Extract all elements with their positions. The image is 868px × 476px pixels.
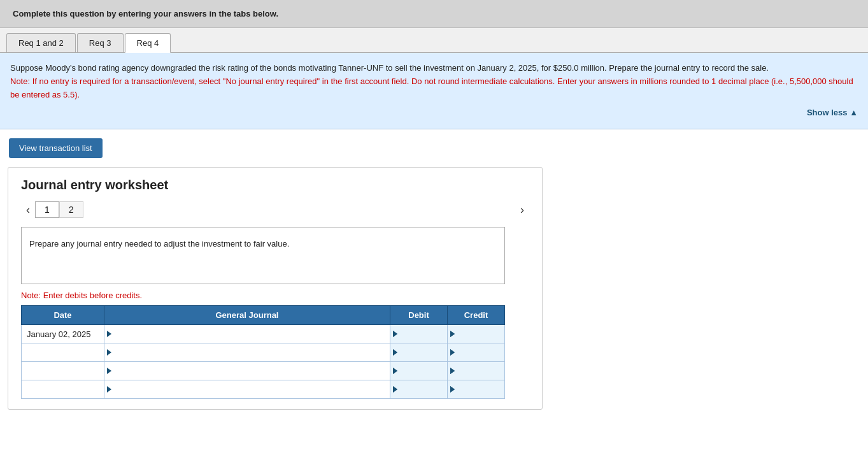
tri-icon-debit-4 xyxy=(393,386,397,393)
tri-icon-gj-2 xyxy=(107,349,111,356)
date-cell-3 xyxy=(22,362,104,380)
general-journal-cell-1[interactable] xyxy=(104,325,390,343)
entry-description-text: Prepare any journal entry needed to adju… xyxy=(29,239,289,249)
credit-input-3[interactable] xyxy=(455,362,504,380)
credit-input-1[interactable] xyxy=(455,325,504,343)
table-row xyxy=(22,362,505,380)
tri-icon-credit-2 xyxy=(450,349,455,356)
view-transaction-button[interactable]: View transaction list xyxy=(9,138,103,158)
col-header-general-journal: General Journal xyxy=(104,306,390,325)
general-journal-input-3[interactable] xyxy=(111,362,390,380)
general-journal-cell-2[interactable] xyxy=(104,343,390,362)
general-journal-input-1[interactable] xyxy=(111,325,390,343)
general-journal-cell-3[interactable] xyxy=(104,362,390,380)
tri-icon-debit-2 xyxy=(393,349,397,356)
pagination: ‹ 1 2 › xyxy=(21,201,529,218)
date-value-1: January 02, 2025 xyxy=(27,329,90,339)
tri-icon-gj-3 xyxy=(107,368,111,374)
general-journal-cell-4[interactable] xyxy=(104,380,390,399)
credit-input-4[interactable] xyxy=(455,380,504,398)
tri-icon-debit-1 xyxy=(393,331,397,337)
debit-cell-4[interactable] xyxy=(390,380,448,399)
table-row xyxy=(22,343,505,362)
tri-icon-credit-3 xyxy=(450,368,455,374)
col-header-credit: Credit xyxy=(448,306,505,325)
debit-cell-2[interactable] xyxy=(390,343,448,362)
general-journal-input-4[interactable] xyxy=(111,380,390,398)
journal-table: Date General Journal Debit Credit Januar… xyxy=(21,305,505,399)
credit-cell-3[interactable] xyxy=(448,362,505,380)
date-cell-2 xyxy=(22,343,104,362)
tri-icon-debit-3 xyxy=(393,368,397,374)
debit-cell-1[interactable] xyxy=(390,325,448,343)
show-less-button[interactable]: Show less ▲ xyxy=(807,108,858,117)
credit-cell-1[interactable] xyxy=(448,325,505,343)
tri-icon-credit-4 xyxy=(450,386,455,393)
tri-icon-gj-1 xyxy=(107,331,111,337)
tab-req1and2[interactable]: Req 1 and 2 xyxy=(6,33,76,52)
col-header-date: Date xyxy=(22,306,104,325)
general-journal-input-2[interactable] xyxy=(111,343,390,361)
debit-input-4[interactable] xyxy=(397,380,447,398)
prev-page-button[interactable]: ‹ xyxy=(21,202,35,218)
credit-input-2[interactable] xyxy=(455,343,504,361)
info-main-text: Suppose Moody's bond rating agency downg… xyxy=(10,63,769,73)
debit-cell-3[interactable] xyxy=(390,362,448,380)
instruction-text: Complete this question by entering your … xyxy=(13,9,278,18)
credit-cell-4[interactable] xyxy=(448,380,505,399)
table-row xyxy=(22,380,505,399)
note-debits: Note: Enter debits before credits. xyxy=(21,291,529,300)
info-box: Suppose Moody's bond rating agency downg… xyxy=(0,53,868,129)
instruction-bar: Complete this question by entering your … xyxy=(0,0,868,28)
col-header-debit: Debit xyxy=(390,306,448,325)
debit-input-2[interactable] xyxy=(397,343,447,361)
tabs-bar: Req 1 and 2 Req 3 Req 4 xyxy=(0,28,868,53)
next-page-button[interactable]: › xyxy=(515,202,529,218)
worksheet-title: Journal entry worksheet xyxy=(21,178,529,192)
page-2[interactable]: 2 xyxy=(59,201,83,218)
worksheet-container: Journal entry worksheet ‹ 1 2 › Prepare … xyxy=(8,167,543,410)
info-note-text: Note: If no entry is required for a tran… xyxy=(10,76,853,99)
debit-input-1[interactable] xyxy=(397,325,447,343)
tab-req3[interactable]: Req 3 xyxy=(77,33,124,52)
date-cell-4 xyxy=(22,380,104,399)
credit-cell-2[interactable] xyxy=(448,343,505,362)
entry-description-box: Prepare any journal entry needed to adju… xyxy=(21,227,505,284)
page-1[interactable]: 1 xyxy=(35,201,59,218)
tri-icon-gj-4 xyxy=(107,386,111,393)
table-row: January 02, 2025 xyxy=(22,325,505,343)
tri-icon-credit-1 xyxy=(450,331,455,337)
debit-input-3[interactable] xyxy=(397,362,447,380)
tab-req4[interactable]: Req 4 xyxy=(125,33,171,53)
date-cell-1: January 02, 2025 xyxy=(22,325,104,343)
